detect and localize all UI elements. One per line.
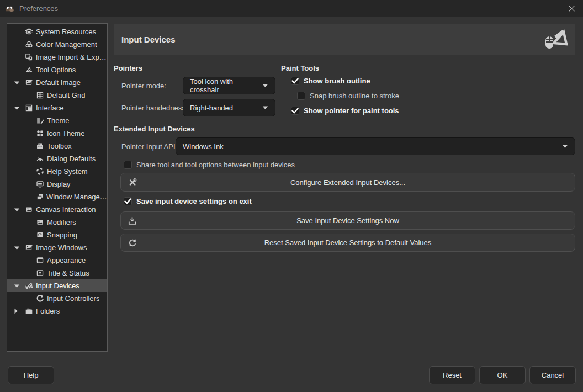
sidebar-item-snapping[interactable]: Snapping [7,229,107,241]
sidebar-item-label: Default Image [36,78,81,87]
titlebar: Preferences [0,0,583,17]
sidebar-item-image-import-export[interactable]: Image Import & Export [7,51,107,63]
lifebuoy-icon [36,167,45,176]
tool-options-icon [25,66,34,74]
share-tool-options-checkbox[interactable] [124,161,132,169]
page-title: Input Devices [121,35,176,44]
photo-icon [25,243,34,252]
sidebar-item-modifiers[interactable]: Modifiers [7,216,107,229]
reset-saved-input-device-settings-button[interactable]: Reset Saved Input Device Settings to Def… [120,234,575,252]
show-pointer-paint-tools-checkbox[interactable] [291,107,299,115]
pointer-mode-dropdown[interactable]: Tool icon with crosshair [183,77,275,94]
pointer-input-api-label: Pointer Input API: [121,142,177,151]
theme-icon [36,116,45,125]
button-label: Reset Saved Input Device Settings to Def… [121,239,575,247]
page-header: Input Devices [114,24,575,55]
sidebar-item-label: Image Import & Export [36,53,107,61]
show-brush-outline-row[interactable]: Show brush outline [291,77,370,86]
extended-input-devices-heading: Extended Input Devices [114,125,195,133]
expander-down-icon[interactable] [14,208,25,212]
pointer-mode-label: Pointer mode: [121,82,166,90]
chevron-down-icon [262,105,268,110]
expander-down-icon[interactable] [14,284,25,288]
close-icon[interactable] [565,3,577,14]
snapping-icon [36,231,45,239]
pointer-handedness-dropdown[interactable]: Right-handed [183,99,275,116]
pointers-heading: Pointers [114,64,142,72]
interface-icon [25,104,34,112]
button-label: Help [24,371,39,379]
pointer-handedness-label: Pointer handedness: [121,104,187,112]
folder-icon [25,307,34,315]
color-circles-icon [25,40,34,49]
sidebar-item-dialog-defaults[interactable]: Dialog Defaults [7,152,107,165]
cancel-button[interactable]: Cancel [529,366,576,384]
sidebar-item-input-controllers[interactable]: Input Controllers [7,292,107,305]
button-label: Reset [443,371,462,379]
button-label: Save Input Device Settings Now [121,216,575,225]
sidebar-item-tool-options[interactable]: Tool Options [7,63,107,76]
gimp-wilber-icon [4,4,15,13]
sidebar-item-label: Folders [36,307,60,315]
expander-down-icon[interactable] [14,246,25,250]
show-brush-outline-checkbox[interactable] [291,77,299,85]
show-pointer-paint-tools-row[interactable]: Show pointer for paint tools [291,107,399,115]
window-title: Preferences [19,4,58,13]
reset-button[interactable]: Reset [429,366,475,384]
sidebar-item-interface[interactable]: Interface [7,102,107,114]
controller-dial-icon [36,294,45,303]
sidebar-item-theme[interactable]: Theme [7,114,107,127]
sidebar-item-label: Display [47,180,71,188]
sidebar-item-label: Interface [36,104,64,112]
sidebar-item-display[interactable]: Display [7,178,107,190]
sidebar-item-label: Icon Theme [47,129,84,137]
sidebar-item-image-windows[interactable]: Image Windows [7,241,107,254]
photo-icon [25,78,34,87]
sidebar-item-label: Image Windows [36,243,87,252]
pointer-input-api-dropdown[interactable]: Windows Ink [176,137,575,155]
sidebar-item-label: Input Devices [36,282,80,290]
sidebar-item-canvas-interaction[interactable]: Canvas Interaction [7,203,107,216]
chip-icon [25,28,34,36]
button-label: OK [497,371,508,379]
sidebar-item-label: Canvas Interaction [36,205,96,214]
expander-right-icon[interactable] [14,308,25,314]
expander-down-icon[interactable] [14,81,25,85]
snap-brush-outline-checkbox[interactable] [297,92,305,100]
pointer-input-api-value: Windows Ink [183,142,224,151]
sidebar-item-label: Title & Status [47,269,89,277]
sidebar-item-input-devices[interactable]: Input Devices [7,279,107,292]
configure-extended-input-devices-button[interactable]: Configure Extended Input Devices... [120,173,575,192]
sidebar-item-label: Help System [47,167,88,176]
expander-down-icon[interactable] [14,106,25,110]
sidebar-item-default-grid[interactable]: Default Grid [7,89,107,102]
snap-brush-outline-row[interactable]: Snap brush outline to stroke [297,92,399,100]
preferences-tree: System ResourcesColor ManagementImage Im… [7,23,108,352]
sidebar-item-color-management[interactable]: Color Management [7,38,107,51]
sidebar-item-folders[interactable]: Folders [7,305,107,317]
checkbox-label: Show pointer for paint tools [304,107,399,115]
sidebar-item-label: System Resources [36,28,96,36]
save-on-exit-checkbox[interactable] [124,197,132,205]
sidebar-item-label: Appearance [47,256,86,264]
sidebar-item-label: Theme [47,116,69,125]
sidebar-item-window-management[interactable]: Window Management [7,190,107,203]
toolbox-icon [36,142,45,150]
sidebar-item-help-system[interactable]: Help System [7,165,107,178]
ok-button[interactable]: OK [479,366,526,384]
save-on-exit-row[interactable]: Save input device settings on exit [124,197,252,206]
save-input-device-settings-button[interactable]: Save Input Device Settings Now [120,211,575,230]
canvas-icon [36,218,45,226]
sidebar-item-default-image[interactable]: Default Image [7,76,107,89]
sidebar-item-icon-theme[interactable]: Icon Theme [7,127,107,140]
checkbox-label: Share tool and tool options between inpu… [136,161,295,169]
share-tool-options-row[interactable]: Share tool and tool options between inpu… [124,161,295,169]
sidebar-item-system-resources[interactable]: System Resources [7,25,107,38]
button-label: Cancel [542,371,564,379]
sidebar-item-title-status[interactable]: Title & Status [7,267,107,279]
sidebar-item-appearance[interactable]: Appearance [7,254,107,267]
sidebar-item-label: Default Grid [47,91,85,99]
help-button[interactable]: Help [8,366,54,384]
sidebar-item-toolbox[interactable]: Toolbox [7,140,107,152]
sidebar-item-label: Input Controllers [47,294,99,303]
